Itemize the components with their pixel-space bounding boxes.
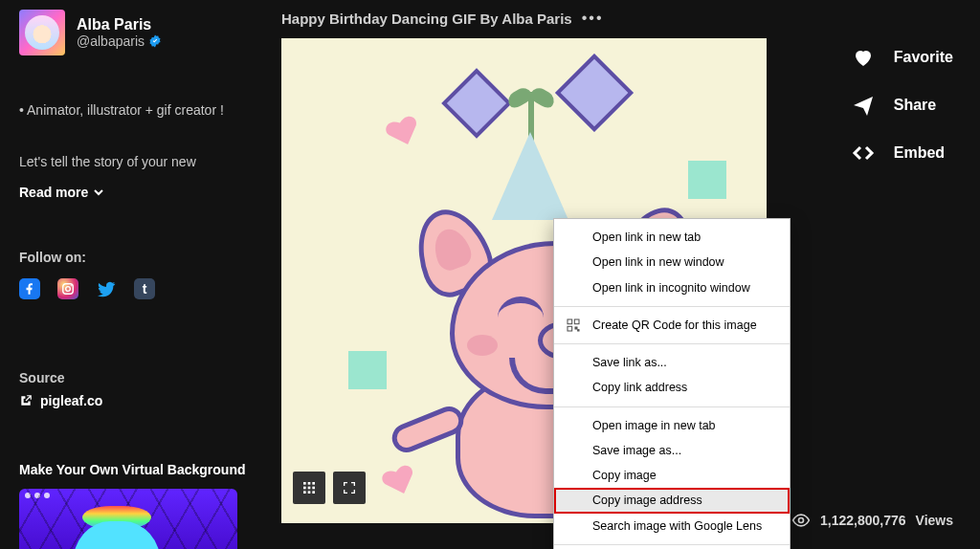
fullscreen-button[interactable] (333, 472, 366, 504)
social-row: t (19, 278, 260, 299)
grid-icon (301, 480, 317, 495)
source-link-text: pigleaf.co (40, 393, 102, 408)
qr-code-icon (566, 318, 581, 333)
verified-icon (148, 34, 162, 48)
stage-toolbar (293, 472, 366, 504)
read-more-label: Read more (19, 185, 88, 200)
embed-button[interactable]: Embed (852, 142, 953, 165)
share-button[interactable]: Share (852, 94, 953, 117)
svg-rect-14 (574, 319, 579, 324)
author-name[interactable]: Alba Paris (77, 16, 162, 33)
confetti-icon (441, 68, 512, 139)
title-row: Happy Birthday Dancing GIF By Alba Paris… (281, 10, 767, 27)
source-label: Source (19, 370, 260, 385)
paper-plane-icon (852, 94, 875, 117)
view-count-number: 1,122,800,776 (820, 513, 906, 528)
cm-create-qr[interactable]: Create QR Code for this image (554, 313, 790, 338)
context-menu: Open link in new tab Open link in new wi… (553, 218, 791, 549)
svg-rect-7 (308, 487, 311, 490)
eye-icon (791, 511, 811, 530)
svg-rect-17 (578, 330, 579, 331)
external-link-icon (19, 394, 33, 407)
cm-search-google-lens[interactable]: Search image with Google Lens (554, 514, 790, 538)
svg-rect-15 (568, 326, 572, 331)
svg-rect-4 (308, 482, 311, 485)
instagram-icon[interactable] (57, 278, 78, 299)
promo-character (73, 500, 161, 549)
grid-view-button[interactable] (293, 472, 325, 504)
author-bio: Animator, illustrator + gif creator ! Le… (19, 101, 260, 171)
cm-copy-image-address[interactable]: Copy image address (554, 488, 790, 513)
heart-icon (383, 112, 423, 150)
author-handle[interactable]: @albaparis (77, 33, 162, 49)
code-icon (852, 142, 875, 165)
more-button[interactable]: ••• (582, 10, 604, 27)
facebook-icon[interactable] (19, 278, 40, 299)
favorite-label: Favorite (894, 49, 953, 66)
svg-rect-9 (303, 491, 306, 494)
tumblr-icon[interactable]: t (134, 278, 155, 299)
promo-block: Make Your Own Virtual Background (19, 462, 260, 549)
promo-tile[interactable] (19, 489, 237, 549)
cm-copy-link-address[interactable]: Copy link address (554, 375, 790, 400)
source-link[interactable]: pigleaf.co (19, 393, 260, 408)
twitter-icon[interactable] (96, 278, 117, 299)
svg-rect-8 (312, 487, 315, 490)
favorite-button[interactable]: Favorite (852, 46, 953, 69)
follow-label: Follow on: (19, 250, 260, 265)
svg-rect-5 (312, 482, 315, 485)
author-handle-text: @albaparis (77, 33, 145, 49)
cm-open-link-new-tab[interactable]: Open link in new tab (554, 225, 790, 250)
bio-line1: Animator, illustrator + gif creator ! (19, 101, 260, 121)
svg-point-12 (799, 518, 804, 523)
svg-rect-11 (312, 491, 315, 494)
bio-line2: Let's tell the story of your new (19, 153, 260, 172)
sidebar: Alba Paris @albaparis Animator, illustra… (19, 10, 260, 549)
embed-label: Embed (894, 144, 945, 162)
svg-point-2 (71, 285, 72, 286)
promo-label: Make Your Own Virtual Background (19, 462, 260, 477)
fullscreen-icon (342, 480, 357, 495)
gif-title: Happy Birthday Dancing GIF By Alba Paris (281, 11, 572, 27)
read-more-toggle[interactable]: Read more (19, 185, 260, 200)
svg-point-1 (66, 287, 71, 292)
view-count: 1,122,800,776 Views (791, 511, 953, 530)
svg-rect-13 (568, 319, 572, 324)
cm-save-link-as[interactable]: Save link as... (554, 350, 790, 375)
share-label: Share (894, 97, 936, 114)
svg-rect-10 (308, 491, 311, 494)
svg-rect-3 (303, 482, 306, 485)
svg-rect-16 (575, 327, 577, 329)
cm-open-link-incognito[interactable]: Open link in incognito window (554, 275, 790, 300)
view-count-suffix: Views (916, 513, 953, 528)
author-block[interactable]: Alba Paris @albaparis (19, 10, 260, 55)
source-block: Source pigleaf.co (19, 370, 260, 408)
confetti-icon (555, 54, 634, 132)
cm-open-link-new-window[interactable]: Open link in new window (554, 250, 790, 274)
chevron-down-icon (94, 187, 103, 197)
actions-bar: Favorite Share Embed (852, 46, 953, 165)
star-icon (348, 351, 387, 389)
author-avatar[interactable] (19, 10, 65, 55)
cm-open-image-new-tab[interactable]: Open image in new tab (554, 413, 790, 438)
cm-copy-image[interactable]: Copy image (554, 463, 790, 488)
svg-rect-6 (303, 487, 306, 490)
cm-create-qr-label: Create QR Code for this image (592, 318, 757, 332)
author-text: Alba Paris @albaparis (77, 16, 162, 49)
cm-save-image-as[interactable]: Save image as... (554, 438, 790, 463)
heart-icon (852, 46, 875, 69)
